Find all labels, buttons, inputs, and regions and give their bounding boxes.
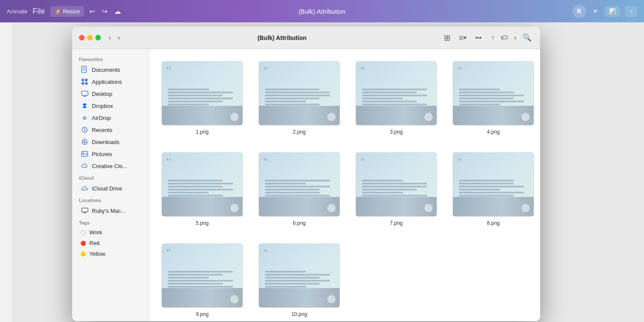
- svg-point-15: [84, 118, 86, 120]
- close-button[interactable]: [79, 35, 85, 40]
- more-options-btn[interactable]: •••: [473, 33, 484, 43]
- file-item-6[interactable]: ": [255, 149, 343, 230]
- grid-view-btn[interactable]: ⊞: [441, 32, 453, 44]
- file-menu-btn[interactable]: File: [31, 5, 47, 18]
- sidebar-item-recents[interactable]: Recents: [74, 124, 147, 136]
- view-buttons: ⊞ ⊟▾ •••: [441, 32, 484, 44]
- computer-icon: [81, 207, 88, 215]
- canvas-area: ‹ › (Bulk) Attribution ⊞ ⊟▾ ••• ↑ 🏷 › 🔍 …: [12, 22, 644, 322]
- airdrop-icon: [81, 114, 88, 122]
- favourites-section-title: Favourites: [72, 53, 149, 64]
- search-btn[interactable]: 🔍: [521, 31, 533, 44]
- file-item-9[interactable]: ": [158, 240, 246, 321]
- file-item-8[interactable]: ": [449, 149, 538, 230]
- file-name-2: 2.png: [293, 129, 306, 135]
- document-icon: [81, 66, 88, 74]
- sidebar-item-airdrop[interactable]: AirDrop: [74, 112, 147, 124]
- file-name-4: 4.png: [487, 129, 500, 135]
- file-item-3[interactable]: ": [352, 58, 440, 138]
- airdrop-label: AirDrop: [92, 115, 111, 121]
- chart-btn[interactable]: 📊: [605, 6, 620, 17]
- minimize-button[interactable]: [87, 35, 93, 40]
- file-name-8: 8.png: [487, 220, 500, 226]
- sidebar-item-downloads[interactable]: Downloads: [74, 136, 147, 148]
- file-item-5[interactable]: ": [158, 149, 246, 230]
- topbar-center: (Bulk) Attribution: [219, 8, 425, 15]
- forward-btn[interactable]: ›: [115, 33, 122, 43]
- yellow-label: Yellow: [89, 251, 105, 257]
- sidebar-item-icloud-drive[interactable]: iCloud Drive: [74, 182, 147, 194]
- red-tag-dot: [81, 241, 86, 246]
- file-thumb-9: ": [161, 243, 243, 308]
- resize-icon: ⚡: [55, 8, 61, 15]
- file-thumb-5: ": [161, 152, 243, 217]
- tag-btn[interactable]: 🏷: [499, 32, 510, 44]
- applications-icon: [81, 78, 88, 86]
- finder-main: ": [149, 49, 540, 321]
- dropbox-label: Dropbox: [92, 103, 113, 109]
- svg-rect-7: [85, 79, 88, 81]
- sidebar-item-pictures[interactable]: Pictures: [74, 148, 147, 160]
- file-name-6: 6.png: [293, 220, 306, 226]
- finder-toolbar: ‹ › (Bulk) Attribution ⊞ ⊟▾ ••• ↑ 🏷 › 🔍: [72, 27, 540, 49]
- finder-window: ‹ › (Bulk) Attribution ⊞ ⊟▾ ••• ↑ 🏷 › 🔍 …: [72, 27, 540, 321]
- dropbox-icon: [81, 102, 88, 110]
- add-btn[interactable]: +: [591, 5, 600, 18]
- rubys-mac-label: Ruby's Mac...: [92, 208, 125, 214]
- file-name-1: 1.png: [196, 129, 209, 135]
- sidebar-item-documents[interactable]: Documents: [74, 64, 147, 76]
- maximize-button[interactable]: [95, 35, 101, 40]
- grid-size-btn[interactable]: ⊟▾: [456, 33, 469, 42]
- file-name-3: 3.png: [390, 129, 403, 135]
- resize-label: Resize: [63, 8, 80, 15]
- sidebar-item-yellow[interactable]: Yellow: [74, 248, 147, 259]
- finder-toolbar-right: ↑ 🏷 › 🔍: [489, 31, 533, 44]
- share-btn[interactable]: ↑: [625, 6, 637, 17]
- undo-btn[interactable]: ↩: [88, 6, 97, 17]
- file-item-10[interactable]: ": [255, 240, 343, 321]
- sidebar-item-work[interactable]: Work: [74, 227, 147, 238]
- file-thumb-2: ": [258, 61, 340, 126]
- yellow-tag-dot: [81, 251, 86, 257]
- sidebar-item-rubys-mac[interactable]: Ruby's Mac...: [74, 205, 147, 217]
- file-item-7[interactable]: ": [352, 149, 440, 230]
- redo-btn[interactable]: ↪: [100, 6, 109, 17]
- creative-cloud-label: Creative Clo...: [92, 163, 127, 169]
- user-avatar[interactable]: R: [572, 4, 586, 18]
- back-btn[interactable]: ‹: [106, 33, 113, 43]
- file-name-9: 9.png: [196, 311, 209, 317]
- sidebar-item-red[interactable]: Red: [74, 238, 147, 248]
- finder-body: Favourites Documents Applications: [72, 49, 540, 321]
- svg-rect-21: [82, 208, 88, 212]
- app-name-label: Animate: [7, 8, 27, 15]
- file-grid: ": [158, 58, 532, 321]
- pictures-label: Pictures: [92, 151, 112, 157]
- creative-cloud-icon: [81, 162, 88, 170]
- topbar-left: Animate File ⚡ Resize ↩ ↪ ☁: [7, 5, 213, 18]
- ruler-left: [0, 22, 12, 322]
- file-thumb-1: ": [161, 61, 243, 126]
- sidebar-item-desktop[interactable]: Desktop: [74, 88, 147, 100]
- icloud-icon: [81, 184, 88, 192]
- topbar-right: R + 📊 ↑: [431, 4, 637, 18]
- sidebar-item-applications[interactable]: Applications: [74, 76, 147, 88]
- file-thumb-6: ": [258, 152, 340, 217]
- file-item-1[interactable]: ": [158, 58, 246, 138]
- documents-label: Documents: [92, 67, 120, 73]
- downloads-icon: [81, 138, 88, 146]
- more-btn[interactable]: ›: [512, 32, 518, 44]
- file-item-2[interactable]: ": [255, 58, 343, 138]
- document-title: (Bulk) Attribution: [298, 8, 346, 15]
- svg-rect-9: [85, 82, 88, 85]
- tags-section-title: Tags: [72, 217, 149, 227]
- recents-label: Recents: [92, 127, 112, 133]
- sidebar-item-creative-cloud[interactable]: Creative Clo...: [74, 160, 147, 172]
- file-name-5: 5.png: [196, 220, 209, 226]
- resize-btn[interactable]: ⚡ Resize: [50, 6, 85, 17]
- share-file-btn[interactable]: ↑: [489, 32, 497, 44]
- svg-marker-14: [82, 103, 87, 108]
- sidebar-item-dropbox[interactable]: Dropbox: [74, 100, 147, 112]
- desktop-label: Desktop: [92, 91, 112, 97]
- cloud-btn[interactable]: ☁: [112, 6, 123, 17]
- file-item-4[interactable]: ": [449, 58, 538, 138]
